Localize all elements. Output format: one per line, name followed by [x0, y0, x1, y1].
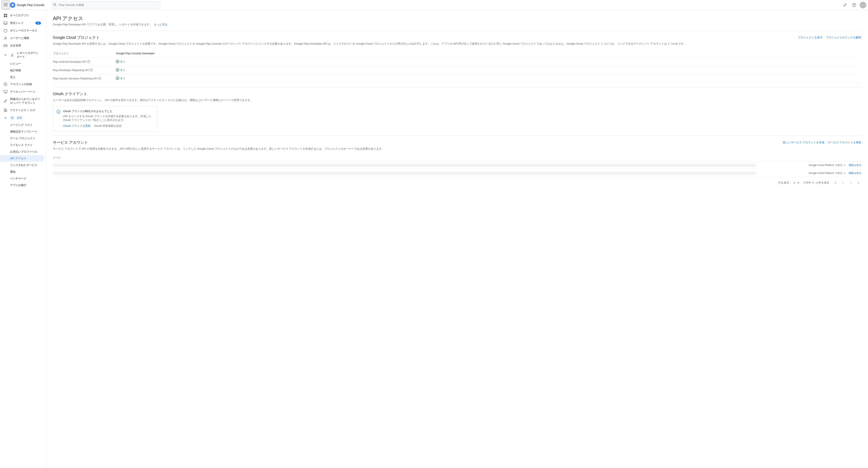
grid-icon: [3, 13, 7, 18]
svg-point-32: [58, 111, 59, 111]
menu-button[interactable]: [2, 1, 10, 9]
sidebar-label: API アクセス: [10, 157, 26, 160]
oauth-warning-box: OAuth ブランドが検出されませんでした API をリンクする OAuth ブ…: [53, 106, 158, 131]
create-sa-link[interactable]: 新しいサービス アカウントを作成: [783, 141, 825, 144]
svg-point-14: [5, 37, 6, 38]
sidebar-item-inbox[interactable]: 受信トレイ 16: [0, 19, 44, 27]
help-icon-2[interactable]: ?: [98, 77, 101, 80]
chevron-down-icon: [3, 116, 7, 120]
pagination-last-button[interactable]: [856, 180, 861, 186]
sidebar-item-users[interactable]: ユーザーと権限: [0, 34, 44, 42]
sidebar-item-sales[interactable]: 売上: [0, 74, 44, 80]
unlink-project-link[interactable]: プロジェクトのリンクを解除: [826, 36, 861, 39]
svg-point-27: [116, 60, 119, 63]
sidebar-label: アカウントの詳細: [10, 82, 32, 86]
update-sa-link[interactable]: サービス アカウントを更新: [828, 141, 861, 144]
sidebar-item-license-test[interactable]: ライセンス テスト: [0, 142, 44, 148]
sidebar-item-settings[interactable]: 設定: [0, 114, 46, 122]
sidebar-label: 通知: [10, 170, 16, 174]
link-icon-button[interactable]: [841, 1, 849, 9]
topbar: Google Play Console: [0, 0, 868, 10]
sidebar-item-game-projects[interactable]: ゲーム プロジェクト: [0, 135, 44, 142]
help-icon-0[interactable]: ?: [87, 60, 90, 63]
sa-row-0: Google Cloud Platform で表示 ↗ 権限を表示: [53, 161, 861, 169]
sa-row-actions-1: Google Cloud Platform で表示 ↗ 権限を表示: [756, 171, 861, 175]
svg-line-6: [55, 5, 56, 6]
sidebar-item-benchmark[interactable]: ベンチマーク: [0, 175, 44, 182]
oauth-title: OAuth クライアント: [53, 91, 861, 96]
help-icon-button[interactable]: [850, 1, 858, 9]
show-project-link[interactable]: プロジェクトを表示: [798, 36, 823, 39]
svg-rect-1: [4, 4, 7, 5]
search-input[interactable]: [51, 1, 160, 9]
api-row-2: Play Games Services Publishing API ? オン: [53, 74, 861, 83]
gear-icon: [10, 116, 14, 120]
sidebar-item-activity-log[interactable]: アクティビティ ログ: [0, 106, 44, 114]
sidebar-label: 統計情報: [10, 69, 21, 72]
rows-per-page-label: 行を表示： 5 10 25: [778, 181, 800, 185]
sidebar-item-stats[interactable]: 統計情報: [0, 67, 44, 74]
svg-rect-15: [4, 45, 7, 47]
sidebar-item-reports[interactable]: レポートのダウンロード: [0, 49, 44, 60]
service-account-desc: サービス アカウントで API の使用を自動化できます。API の呼び出しに使用…: [53, 147, 861, 151]
sidebar-label: 関連付けられているデベロッパー アカウント: [10, 97, 41, 105]
service-account-header: サービス アカウント 新しいサービス アカウントを作成 サービス アカウントを更…: [53, 140, 861, 145]
sa-email-1: [53, 172, 756, 175]
sidebar-item-pricing[interactable]: 価格設定テンプレート: [0, 128, 44, 135]
sa-email-0: [53, 164, 756, 167]
pagination-first-button[interactable]: [833, 180, 839, 186]
shield-icon: [3, 29, 7, 33]
external-link-icon-1: ↗: [843, 172, 845, 175]
oauth-section: OAuth クライアント ユーザーは自分の認証情報でログインし、API の操作を…: [53, 91, 861, 131]
user-avatar[interactable]: [860, 2, 866, 8]
sidebar-item-api-access[interactable]: API アクセス: [0, 155, 44, 162]
app-logo[interactable]: Google Play Console: [10, 2, 44, 8]
sidebar-item-review[interactable]: レビュー: [0, 60, 44, 67]
sidebar-item-app-migration[interactable]: アプリの移行: [0, 182, 44, 189]
monitor-icon: [3, 90, 7, 94]
sidebar-label: お支払いプロファイル: [10, 150, 37, 154]
set-consent-link[interactable]: OAuth 同意画面を設定: [94, 124, 122, 128]
pagination-next-button[interactable]: [848, 180, 854, 186]
sidebar-item-all-apps[interactable]: すべてのアプリ: [0, 12, 44, 19]
update-brand-link[interactable]: OAuth ブランドを更新: [63, 124, 91, 128]
svg-point-29: [116, 77, 119, 80]
sidebar-item-notifications[interactable]: 通知: [0, 168, 44, 175]
svg-rect-11: [4, 16, 5, 17]
sidebar-item-mailing[interactable]: メーリング リスト: [0, 122, 44, 128]
sidebar-label: 設定: [17, 116, 22, 120]
svg-point-8: [854, 6, 855, 6]
search-bar: [51, 1, 160, 9]
sa-permission-link-0[interactable]: 権限を表示: [849, 164, 861, 167]
sidebar-label: 売上: [10, 75, 16, 79]
api-label-2: Play Games Services Publishing API ?: [53, 77, 116, 80]
sidebar-item-dev-page[interactable]: デベロッパー ページ: [0, 88, 44, 96]
pagination-prev-button[interactable]: [840, 180, 846, 186]
sidebar-item-account-detail[interactable]: アカウントの詳細: [0, 80, 44, 88]
rows-per-page-select[interactable]: 5 10 25: [793, 181, 800, 185]
api-row-1: Play Developer Reporting API ? オン: [53, 66, 861, 74]
sidebar-item-payment-profile[interactable]: お支払いプロファイル: [0, 148, 44, 155]
topbar-actions: [841, 1, 866, 9]
sidebar-item-policy[interactable]: ポリシーのステータス: [0, 27, 44, 34]
check-icon-2: [116, 76, 119, 80]
sidebar-label: 受信トレイ: [10, 21, 24, 25]
api-label-text-2: Play Games Services Publishing API: [53, 77, 97, 80]
sidebar-item-linked-services[interactable]: リンクされたサービス: [0, 162, 44, 168]
link-icon: [3, 99, 7, 103]
sa-permission-link-1[interactable]: 権限を表示: [849, 171, 861, 175]
svg-point-26: [12, 118, 13, 119]
sidebar-item-orders[interactable]: 注文管理: [0, 42, 44, 49]
page-desc-link[interactable]: もっと見る: [154, 23, 167, 26]
search-icon: [53, 3, 57, 7]
sidebar-label: レポートのダウンロード: [17, 51, 41, 59]
sidebar-label: すべてのアプリ: [10, 13, 29, 18]
svg-point-28: [116, 68, 119, 71]
svg-rect-12: [6, 16, 7, 17]
sa-platform-label-1: Google Cloud Platform で表示 ↗: [809, 171, 845, 175]
info-icon: [3, 82, 7, 86]
sidebar-item-linked-accounts[interactable]: 関連付けられているデベロッパー アカウント: [0, 96, 44, 106]
google-cloud-title: Google Cloud プロジェクト: [53, 35, 100, 40]
help-icon-1[interactable]: ?: [90, 69, 93, 71]
sidebar-label: ベンチマーク: [10, 177, 26, 180]
